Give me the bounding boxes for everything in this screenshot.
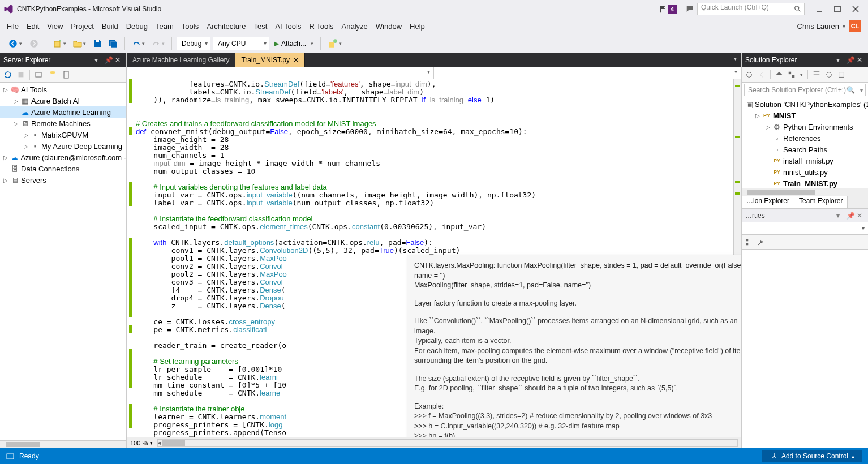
solution-node-mnist[interactable]: ▷PYMNIST	[742, 110, 868, 121]
window-position-icon[interactable]: ▾	[836, 56, 844, 64]
tabs-dropdown-icon[interactable]: ▾	[729, 53, 741, 67]
chevron-down-icon[interactable]: ▾	[860, 87, 863, 93]
code-editor[interactable]: features=CNTK.io.StreamDef(field='featur…	[127, 79, 741, 437]
pin-icon[interactable]: 📌	[846, 56, 854, 64]
tab-solution-explorer[interactable]: …ion Explorer	[742, 196, 794, 208]
connect-srv-icon[interactable]	[62, 70, 71, 79]
tab-azure-machine-learning-gallery[interactable]: Azure Machine Learning Gallery	[127, 53, 235, 67]
menu-tools[interactable]: Tools	[182, 22, 199, 31]
menu-ai-tools[interactable]: AI Tools	[275, 22, 301, 31]
solution-node-solution-cntkpythonexamples-1-p[interactable]: ▣Solution 'CNTKPythonExamples' (1 p	[742, 98, 868, 110]
back-icon[interactable]	[758, 71, 766, 79]
signed-in-user[interactable]: Chris Lauren	[797, 22, 839, 31]
chevron-down-icon[interactable]: ▾	[862, 225, 865, 231]
server-explorer-tree[interactable]: ▷🧠AI Tools▷▦Azure Batch AI☁Azure Machine…	[0, 83, 126, 440]
new-project-button[interactable]: ▾	[51, 38, 68, 49]
collapse-icon[interactable]	[813, 71, 820, 79]
menu-edit[interactable]: Edit	[27, 22, 39, 31]
python-env-button[interactable]: ▾	[325, 37, 344, 50]
sync-icon[interactable]	[775, 71, 783, 79]
server-node-matrixgpuvm[interactable]: ▷▪MatrixGPUVM	[0, 129, 126, 140]
tab-close-icon[interactable]: ✕	[293, 56, 299, 64]
menu-debug[interactable]: Debug	[126, 22, 148, 31]
menu-file[interactable]: File	[7, 22, 19, 31]
server-explorer-panel: Server Explorer ▾ 📌 ✕ ▷🧠AI Tools▷▦Azure …	[0, 53, 127, 448]
menu-test[interactable]: Test	[254, 22, 268, 31]
solution-node-train-mnist-py[interactable]: PYTrain_MNIST.py	[742, 178, 868, 188]
menu-r-tools[interactable]: R Tools	[309, 22, 333, 31]
config-dropdown[interactable]: Debug	[177, 37, 210, 50]
server-node-servers[interactable]: ▷🖥Servers	[0, 174, 126, 186]
connect-db-icon[interactable]	[48, 70, 57, 79]
notification-flag[interactable]: 4	[659, 5, 677, 14]
connect-icon[interactable]	[35, 70, 44, 79]
feedback-icon[interactable]	[686, 5, 694, 13]
status-ready: Ready	[19, 452, 39, 460]
tab-train-mnist-py[interactable]: Train_MNIST.py✕	[235, 53, 305, 67]
menu-help[interactable]: Help	[410, 22, 425, 31]
solution-tree[interactable]: ▣Solution 'CNTKPythonExamples' (1 p▷PYMN…	[742, 97, 868, 188]
solution-node-install-mnist-py[interactable]: PYinstall_mnist.py	[742, 155, 868, 166]
close-panel-icon[interactable]: ✕	[115, 56, 123, 64]
stop-icon[interactable]	[17, 71, 25, 79]
server-node-remote-machines[interactable]: ▷🖥Remote Machines	[0, 118, 126, 129]
solution-node-mnist-utils-py[interactable]: PYmnist_utils.py	[742, 166, 868, 178]
open-file-button[interactable]: ▾	[71, 38, 88, 49]
maximize-button[interactable]	[833, 5, 842, 14]
server-node-my-azure-deep-learning[interactable]: ▷▪My Azure Deep Learning	[0, 140, 126, 152]
chevron-down-icon[interactable]: ▾	[843, 23, 845, 29]
menu-team[interactable]: Team	[156, 22, 174, 31]
server-explorer-hscroll[interactable]	[0, 440, 126, 448]
show-all-icon[interactable]	[788, 71, 796, 79]
tab-team-explorer[interactable]: Team Explorer	[794, 196, 848, 208]
member-dropdown[interactable]	[434, 67, 741, 79]
pin-icon[interactable]: 📌	[105, 56, 113, 64]
platform-dropdown[interactable]: Any CPU	[213, 37, 269, 50]
refresh-sol-icon[interactable]	[825, 71, 833, 79]
solution-bottom-tabs: …ion Explorer Team Explorer	[742, 196, 868, 208]
zoom-level[interactable]: 100 %	[130, 440, 148, 446]
server-node-data-connections[interactable]: 🗄Data Connections	[0, 163, 126, 174]
menu-analyze[interactable]: Analyze	[342, 22, 368, 31]
redo-button[interactable]: ▾	[149, 38, 167, 49]
home-icon[interactable]	[745, 71, 753, 79]
refresh-icon[interactable]	[3, 70, 12, 79]
solution-node-python-environments[interactable]: ▷⚙Python Environments	[742, 121, 868, 132]
wrench-icon[interactable]	[757, 238, 764, 246]
menu-view[interactable]: View	[47, 22, 63, 31]
undo-button[interactable]: ▾	[130, 38, 147, 49]
server-node-azure-machine-learning[interactable]: ☁Azure Machine Learning	[0, 106, 126, 118]
nav-back-button[interactable]: ▾	[6, 37, 24, 50]
nav-forward-button[interactable]	[27, 37, 41, 50]
menu-build[interactable]: Build	[102, 22, 118, 31]
window-position-icon[interactable]: ▾	[94, 56, 102, 64]
menu-project[interactable]: Project	[71, 22, 93, 31]
window-position-icon[interactable]: ▾	[836, 212, 844, 220]
pin-icon[interactable]: 📌	[846, 212, 854, 220]
solution-hscroll[interactable]	[742, 188, 868, 196]
categorize-icon[interactable]	[745, 238, 753, 246]
server-node-ai-tools[interactable]: ▷🧠AI Tools	[0, 84, 126, 95]
solution-explorer-toolbar: ▾	[742, 67, 868, 83]
user-avatar[interactable]: CL	[849, 20, 861, 32]
close-button[interactable]	[851, 5, 860, 14]
properties-icon[interactable]	[837, 71, 845, 79]
quick-launch-input[interactable]: Quick Launch (Ctrl+Q)	[697, 3, 805, 15]
scope-dropdown[interactable]	[127, 67, 434, 79]
search-solution-input[interactable]: Search Solution Explorer (Ctrl+;) 🔍 ▾	[744, 84, 866, 96]
solution-node-search-paths[interactable]: ▫Search Paths	[742, 144, 868, 155]
solution-node-references[interactable]: ▫References	[742, 132, 868, 144]
minimize-button[interactable]	[815, 5, 824, 14]
server-node-azure-batch-ai[interactable]: ▷▦Azure Batch AI	[0, 95, 126, 106]
save-all-button[interactable]	[106, 38, 120, 49]
close-panel-icon[interactable]: ✕	[857, 212, 865, 220]
menu-architecture[interactable]: Architecture	[207, 22, 246, 31]
save-button[interactable]	[91, 38, 104, 49]
menu-window[interactable]: Window	[376, 22, 402, 31]
attach-button[interactable]: ▶Attach...▾	[272, 40, 316, 48]
close-panel-icon[interactable]: ✕	[857, 56, 865, 64]
editor-hscroll[interactable]: ◂	[157, 439, 738, 447]
server-node-azure-clauren-microsoft-com-[interactable]: ▷☁Azure (clauren@microsoft.com -	[0, 152, 126, 163]
svg-rect-19	[839, 72, 844, 77]
source-control-button[interactable]: Add to Source Control ▴	[762, 450, 862, 462]
